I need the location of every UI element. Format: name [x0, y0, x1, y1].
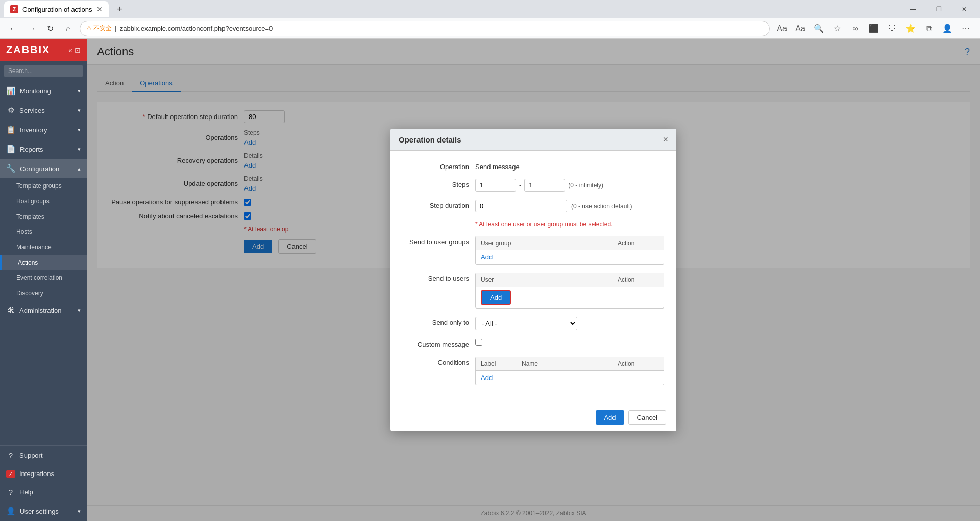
support-icon: ? — [6, 451, 15, 460]
back-button[interactable]: ← — [6, 21, 20, 36]
forward-button[interactable]: → — [24, 21, 39, 36]
sidebar-item-templates[interactable]: Templates — [0, 209, 87, 224]
modal-add-button[interactable]: Add — [596, 410, 624, 425]
add-condition-link[interactable]: Add — [481, 374, 493, 382]
sidebar-item-inventory[interactable]: 📋 Inventory ▾ — [0, 120, 87, 139]
add-user-group-link[interactable]: Add — [481, 253, 493, 261]
administration-arrow: ▾ — [78, 307, 81, 314]
users-table: User Action Add — [475, 273, 664, 309]
menu-icon[interactable]: ⋯ — [958, 20, 974, 37]
reports-arrow: ▾ — [78, 146, 81, 153]
modal-overlay[interactable]: Operation details × Operation Send messa… — [87, 39, 980, 521]
search-web-icon[interactable]: 🔍 — [811, 20, 827, 37]
operation-label: Operation — [403, 161, 469, 171]
infinity-icon[interactable]: ∞ — [847, 20, 864, 37]
send-only-to-label: Send only to — [403, 317, 469, 326]
sidebar-item-user-settings[interactable]: 👤 User settings ▾ — [0, 502, 87, 521]
step-dash: - — [519, 181, 521, 189]
user-settings-icon: 👤 — [6, 507, 16, 516]
custom-message-checkbox[interactable] — [475, 339, 482, 346]
logo-area: ZABBIX « ⊡ — [0, 39, 87, 61]
modal-cancel-button[interactable]: Cancel — [628, 410, 666, 425]
users-row: Send to users User Action Add — [403, 273, 664, 309]
browser-tab[interactable]: Z Configuration of actions ✕ — [4, 1, 109, 17]
sidebar-item-help[interactable]: ? Help — [0, 483, 87, 502]
user-col-header: User — [481, 276, 618, 283]
sidebar-item-user-settings-label: User settings — [20, 508, 59, 515]
sidebar-search-input[interactable] — [4, 65, 83, 77]
sidebar-item-maintenance[interactable]: Maintenance — [0, 240, 87, 255]
favorites-icon[interactable]: ☆ — [829, 20, 845, 37]
steps-to-input[interactable] — [524, 179, 565, 192]
new-tab-button[interactable]: + — [113, 2, 127, 16]
tabs-icon[interactable]: ⧉ — [921, 20, 937, 37]
sidebar-item-discovery[interactable]: Discovery — [0, 286, 87, 301]
integrations-icon: Z — [6, 470, 15, 478]
step-duration-input[interactable] — [475, 200, 567, 212]
close-window-button[interactable]: ✕ — [952, 1, 976, 17]
send-only-to-select[interactable]: - All - SMS Email — [475, 317, 577, 330]
inventory-arrow: ▾ — [78, 127, 81, 133]
sidebar-item-services-label: Services — [19, 107, 45, 114]
steps-label: Steps — [403, 179, 469, 188]
read-aloud-icon[interactable]: Aa — [792, 20, 808, 37]
toolbar-icons: Aa Aa 🔍 ☆ ∞ ⬛ 🛡 ⭐ ⧉ 👤 ⋯ — [774, 20, 974, 37]
translate-icon[interactable]: Aa — [774, 20, 790, 37]
users-section: User Action Add — [475, 273, 664, 309]
sidebar-item-support-label: Support — [19, 452, 43, 459]
sidebar-item-services[interactable]: ⚙ Services ▾ — [0, 101, 87, 120]
modal-body: Operation Send message Steps - (0 - infi… — [390, 151, 676, 404]
maximize-button[interactable]: ❐ — [927, 1, 950, 17]
users-table-header: User Action — [476, 273, 664, 287]
sidebar-item-support[interactable]: ? Support — [0, 446, 87, 465]
sidebar-item-host-groups[interactable]: Host groups — [0, 194, 87, 209]
steps-row: Steps - (0 - infinitely) — [403, 179, 664, 192]
tab-close-button[interactable]: ✕ — [96, 5, 103, 13]
home-button[interactable]: ⌂ — [61, 21, 76, 36]
extensions-icon[interactable]: ⬛ — [866, 20, 882, 37]
user-groups-section: User group Action Add — [475, 236, 664, 265]
modal-close-button[interactable]: × — [663, 135, 668, 144]
sidebar-item-actions[interactable]: Actions — [0, 255, 87, 270]
sidebar-item-event-correlation[interactable]: Event correlation — [0, 270, 87, 286]
profile-icon[interactable]: 👤 — [939, 20, 955, 37]
sidebar-item-configuration-label: Configuration — [20, 165, 59, 173]
sidebar-item-administration[interactable]: 🛠 Administration ▾ — [0, 301, 87, 320]
user-groups-table-body: Add — [476, 250, 664, 264]
add-user-button[interactable]: Add — [481, 290, 511, 305]
url-text: zabbix.example.com/actionconf.php?events… — [120, 25, 273, 32]
sidebar-item-template-groups[interactable]: Template groups — [0, 178, 87, 194]
users-action-col-header: Action — [618, 276, 658, 283]
user-settings-arrow: ▾ — [78, 508, 81, 515]
collections-icon[interactable]: ⭐ — [902, 20, 919, 37]
user-groups-table-header: User group Action — [476, 236, 664, 250]
conditions-action-col: Action — [618, 360, 658, 367]
sidebar-item-monitoring-label: Monitoring — [20, 87, 51, 95]
administration-icon: 🛠 — [6, 306, 15, 315]
sidebar-item-configuration[interactable]: 🔧 Configuration ▴ — [0, 159, 87, 178]
sidebar-item-hosts[interactable]: Hosts — [0, 224, 87, 240]
inventory-icon: 📋 — [6, 125, 16, 134]
services-icon: ⚙ — [6, 106, 15, 115]
shield-icon[interactable]: 🛡 — [884, 20, 900, 37]
send-to-user-groups-label: Send to user groups — [403, 236, 469, 246]
reports-icon: 📄 — [6, 145, 16, 154]
address-bar[interactable]: ⚠ 不安全 | zabbix.example.com/actionconf.ph… — [80, 21, 770, 36]
expand-sidebar-button[interactable]: ⊡ — [75, 46, 81, 54]
send-to-users-label: Send to users — [403, 273, 469, 282]
sidebar-item-monitoring[interactable]: 📊 Monitoring ▾ — [0, 81, 87, 101]
conditions-row: Conditions Label Name Action Ad — [403, 357, 664, 385]
sidebar-divider — [0, 322, 87, 322]
refresh-button[interactable]: ↻ — [43, 21, 57, 36]
user-group-action-col-header: Action — [618, 240, 658, 247]
steps-from-input[interactable] — [475, 179, 516, 192]
tab-favicon: Z — [10, 5, 18, 13]
sidebar-item-reports[interactable]: 📄 Reports ▾ — [0, 139, 87, 159]
collapse-sidebar-button[interactable]: « — [68, 46, 72, 54]
sidebar-item-integrations[interactable]: Z Integrations — [0, 465, 87, 483]
modal-footer: Add Cancel — [390, 404, 676, 431]
minimize-button[interactable]: — — [901, 1, 925, 17]
logo-controls: « ⊡ — [68, 46, 81, 54]
help-icon: ? — [6, 488, 15, 496]
custom-message-row: Custom message — [403, 339, 664, 348]
